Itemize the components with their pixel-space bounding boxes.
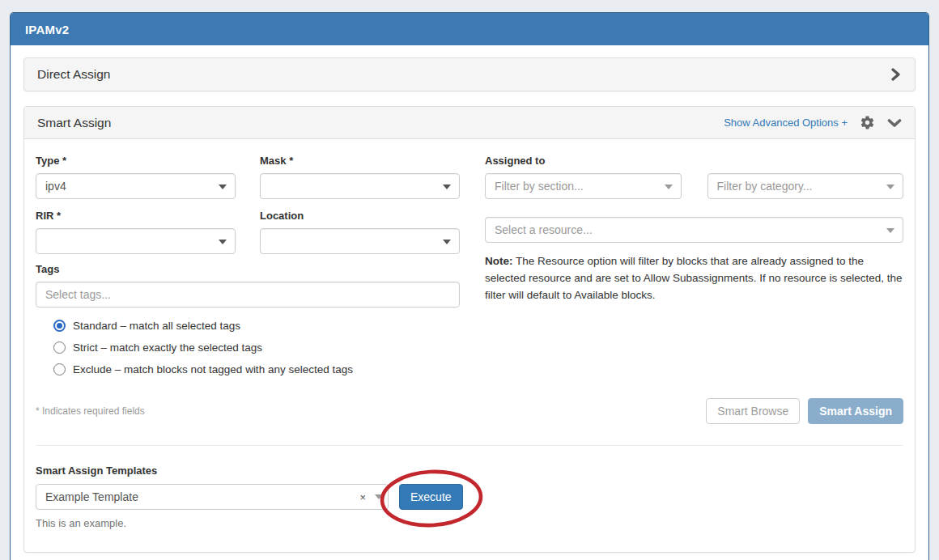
tag-match-radio-group: Standard – match all selected tags Stric… bbox=[53, 320, 460, 375]
execute-button[interactable]: Execute bbox=[399, 484, 463, 510]
rir-label: RIR * bbox=[36, 210, 236, 222]
select-caret-icon bbox=[443, 185, 451, 189]
direct-assign-panel-header[interactable]: Direct Assign bbox=[23, 57, 916, 91]
template-selected-value: Example Template bbox=[45, 490, 355, 503]
select-caret-icon bbox=[219, 240, 227, 244]
app-title: IPAMv2 bbox=[25, 23, 69, 36]
ipam-window: IPAMv2 Direct Assign Smart Assign Show A… bbox=[10, 12, 929, 560]
radio-standard[interactable]: Standard – match all selected tags bbox=[53, 320, 460, 332]
clear-selection-icon[interactable]: × bbox=[355, 491, 370, 503]
location-label: Location bbox=[260, 210, 460, 222]
resource-note: Note: The Resource option will filter by… bbox=[485, 253, 903, 304]
smart-assign-body: Type * ipv4 Mask * bbox=[24, 139, 915, 529]
template-description: This is an example. bbox=[36, 517, 903, 529]
assigned-to-label: Assigned to bbox=[485, 155, 903, 167]
filter-category-select[interactable]: Filter by category... bbox=[707, 173, 904, 199]
radio-strict-label: Strict – match exactly the selected tags bbox=[73, 342, 262, 354]
smart-browse-button[interactable]: Smart Browse bbox=[706, 398, 800, 424]
direct-assign-title: Direct Assign bbox=[37, 67, 110, 82]
chevron-right-icon[interactable] bbox=[889, 67, 902, 82]
select-caret-icon bbox=[886, 228, 894, 233]
resource-select[interactable]: Select a resource... bbox=[485, 217, 903, 243]
select-caret-icon bbox=[443, 240, 451, 244]
smart-assign-panel: Smart Assign Show Advanced Options + bbox=[23, 106, 916, 553]
select-caret-icon bbox=[886, 185, 894, 189]
mask-select[interactable] bbox=[260, 173, 460, 199]
type-label: Type * bbox=[36, 155, 236, 167]
radio-strict[interactable]: Strict – match exactly the selected tags bbox=[53, 342, 460, 354]
required-fields-note: * Indicates required fields bbox=[36, 405, 145, 417]
rir-select[interactable] bbox=[36, 228, 236, 254]
filter-section-select[interactable]: Filter by section... bbox=[485, 173, 682, 199]
radio-exclude[interactable]: Exclude – match blocks not tagged with a… bbox=[53, 363, 460, 375]
mask-label: Mask * bbox=[260, 155, 460, 167]
radio-button-icon[interactable] bbox=[53, 342, 66, 354]
radio-exclude-label: Exclude – match blocks not tagged with a… bbox=[73, 363, 353, 375]
smart-assign-title: Smart Assign bbox=[37, 116, 724, 130]
smart-assign-templates-section: Smart Assign Templates Example Template … bbox=[36, 465, 903, 529]
type-select[interactable]: ipv4 bbox=[36, 173, 236, 199]
app-body: Direct Assign Smart Assign Show Advanced… bbox=[11, 45, 928, 553]
location-select[interactable] bbox=[260, 228, 460, 254]
radio-button-icon[interactable] bbox=[53, 320, 66, 332]
template-caret-icon[interactable] bbox=[370, 485, 388, 509]
app-header: IPAMv2 bbox=[11, 13, 928, 45]
template-select[interactable]: Example Template × bbox=[36, 484, 389, 510]
radio-button-icon[interactable] bbox=[53, 363, 66, 375]
chevron-down-icon[interactable] bbox=[887, 117, 902, 129]
show-advanced-options-link[interactable]: Show Advanced Options + bbox=[724, 117, 848, 129]
radio-standard-label: Standard – match all selected tags bbox=[73, 320, 240, 332]
select-caret-icon bbox=[219, 185, 227, 189]
smart-assign-button[interactable]: Smart Assign bbox=[808, 398, 903, 424]
templates-label: Smart Assign Templates bbox=[36, 465, 903, 477]
tags-label: Tags bbox=[36, 263, 460, 275]
section-divider bbox=[36, 445, 903, 446]
select-caret-icon bbox=[665, 185, 673, 189]
smart-assign-panel-header: Smart Assign Show Advanced Options + bbox=[24, 107, 915, 139]
gear-icon[interactable] bbox=[860, 115, 875, 130]
tags-input[interactable]: Select tags... bbox=[36, 282, 460, 308]
